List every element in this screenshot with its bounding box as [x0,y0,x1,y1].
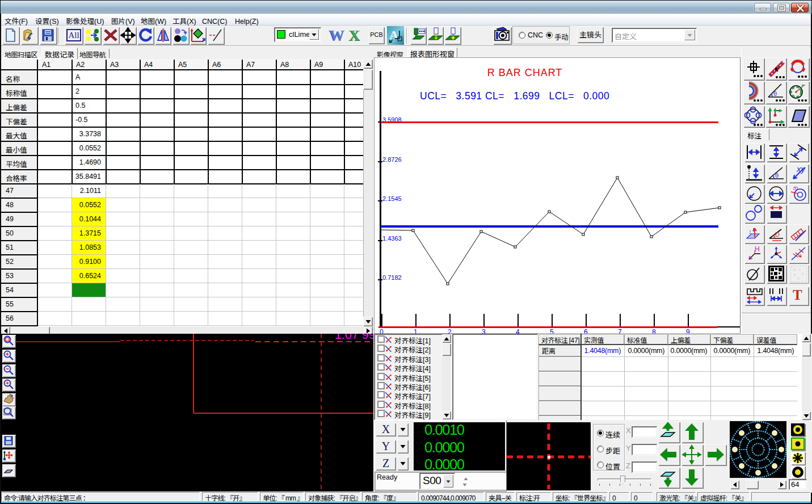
svg-text:θ: θ [775,172,779,179]
svg-text:m: m [793,185,798,191]
svg-text:θ: θ [773,90,777,97]
svg-text:A: A [389,28,398,42]
svg-text:D: D [775,231,780,238]
svg-text:X: X [350,27,360,43]
svg-text:H: H [755,245,760,253]
svg-text:xy: xy [796,164,806,174]
svg-text:1.07 99: 1.07 99 [335,334,373,342]
svg-text:W: W [330,27,344,43]
